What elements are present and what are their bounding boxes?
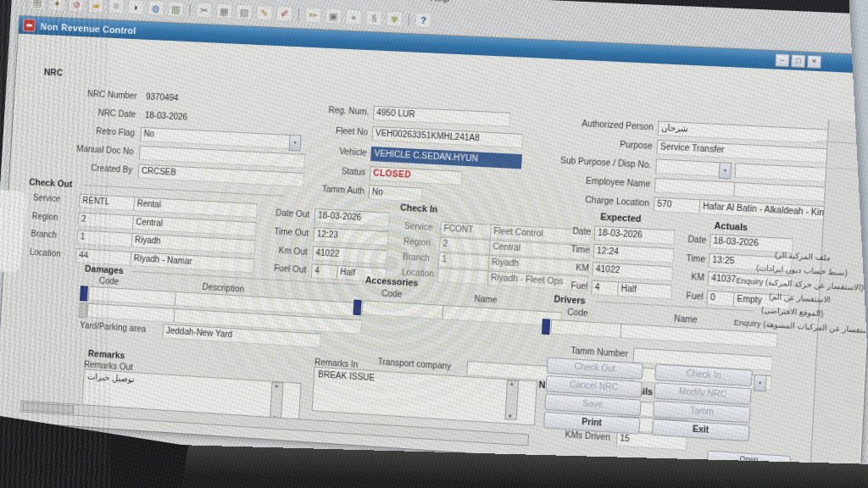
accessories-code-header: Code (381, 288, 403, 299)
nrc-number-field[interactable]: 9370494 (142, 90, 275, 111)
remarks-in-scrollbar[interactable] (504, 380, 519, 420)
expected-fuel-name-field[interactable]: Half (617, 281, 672, 299)
co-service-label: Service (33, 193, 61, 204)
manual-doc-label: Manual Doc No (28, 141, 134, 156)
pencil-delete-icon[interactable]: ✐ (276, 6, 293, 22)
damages-description-header: Description (202, 282, 244, 294)
date-out-field[interactable]: 18-03-2026 (314, 208, 390, 227)
actuals-fuel-label: Fuel (668, 290, 704, 302)
vehicle-field[interactable]: VEHICLE C.SEDAN.HYUN (370, 147, 522, 169)
fleet-no-field[interactable]: VEH00263351KMHL241A8 (371, 126, 523, 148)
sub-purpose-name-field[interactable] (734, 163, 826, 182)
co-service-code-field[interactable]: RENTL (79, 194, 137, 212)
drivers-name-header: Name (674, 313, 698, 324)
time-out-field[interactable]: 12:23 (313, 227, 388, 246)
key-icon[interactable]: ✦ (48, 0, 64, 12)
expected-km-field[interactable]: 41022 (592, 262, 673, 281)
monitor-screen: Help ▤ ✦ ⊘ ▰ ❄ ◗ ◍ ▥ ✂ ▦ ▧ ✎ ✐ ✏ ▣ ● § ✾… (0, 0, 868, 488)
paperclip-icon[interactable]: § (365, 10, 382, 26)
damages-code-field[interactable] (88, 286, 179, 306)
created-by-label: Created By (35, 160, 133, 175)
duplicate-icon[interactable]: ▣ (325, 8, 342, 25)
toolbar-separator (298, 8, 300, 21)
retro-flag-label: Retro Flag (37, 124, 135, 138)
sphere-icon[interactable]: ● (345, 9, 362, 25)
pencil-edit-icon[interactable]: ✏ (304, 8, 321, 24)
charge-location-code-field[interactable]: 570 (654, 197, 704, 214)
nrc-number-label: NRC Number (39, 86, 136, 101)
sub-purpose-code-field[interactable] (655, 158, 726, 177)
paste-icon[interactable]: ▧ (236, 4, 253, 20)
co-service-name-field[interactable]: Rental (133, 197, 258, 218)
help-icon[interactable]: ? (415, 12, 431, 28)
employee-name-field[interactable] (733, 182, 826, 202)
damages-code-header: Code (99, 276, 120, 286)
snowflake-icon[interactable]: ❄ (108, 0, 125, 14)
damages-row-selector[interactable] (79, 302, 87, 318)
globe-icon[interactable]: ◍ (147, 0, 164, 16)
charge-location-name-field[interactable]: Hafar Al Batin - Alkaldeah - King (699, 199, 825, 220)
expected-time-label: Time (555, 243, 591, 255)
ci-location-code-field[interactable] (437, 268, 490, 286)
co-branch-code-field[interactable]: 1 (76, 230, 135, 247)
nrc-date-label: NRC Date (38, 105, 136, 119)
side-panel-item[interactable]: (الموقع الافتراضي) (761, 306, 824, 319)
drivers-code-header: Code (567, 308, 588, 319)
pencil-add-icon[interactable]: ✎ (256, 5, 273, 21)
employee-name-label: Employee Name (524, 173, 650, 189)
minimize-button[interactable] (775, 53, 790, 67)
tamm-auth-field[interactable]: No (368, 185, 422, 202)
expected-km-label: KM (554, 262, 589, 274)
block-icon[interactable]: ⊘ (69, 0, 86, 13)
list-icon[interactable]: ▥ (168, 1, 185, 17)
accessories-code-field[interactable] (362, 300, 447, 319)
drivers-section-label: Drivers (554, 293, 586, 305)
ci-region-label: Region (403, 236, 431, 247)
employee-code-field[interactable] (654, 178, 737, 197)
tamm-auth-label: Tamm Auth (280, 182, 364, 196)
damages-row-selector[interactable] (80, 286, 88, 301)
expected-section-label: Expected (600, 211, 642, 224)
close-button[interactable] (807, 55, 822, 69)
tamm-cancel-dropdown-icon[interactable] (754, 374, 767, 392)
transport-company-label: Transport company (377, 357, 451, 371)
folder-icon[interactable]: ▰ (88, 0, 105, 14)
co-location-code-field[interactable]: 44 (75, 248, 134, 266)
accessories-section-label: Accessories (365, 274, 419, 288)
toolbar-separator (189, 3, 191, 16)
actuals-time-label: Time (670, 252, 705, 264)
actuals-km-label: KM (669, 270, 704, 282)
actuals-section-label: Actuals (714, 220, 748, 232)
ci-branch-code-field[interactable]: 1 (438, 252, 491, 270)
ci-service-label: Service (404, 221, 433, 232)
menu-help[interactable]: Help (430, 0, 449, 3)
copy-icon[interactable]: ▦ (216, 3, 233, 19)
scrollbar-thumb[interactable] (22, 402, 74, 414)
accessories-row-selector[interactable] (353, 300, 362, 316)
damages-code-field[interactable] (87, 303, 178, 323)
co-branch-name-field[interactable]: Riyadh (131, 233, 256, 254)
nrc-date-field[interactable]: 18-03-2026 (141, 108, 274, 130)
ci-region-code-field[interactable]: 2 (439, 236, 492, 254)
remarks-out-scrollbar[interactable] (270, 382, 284, 422)
flower-icon[interactable]: ✾ (386, 11, 403, 27)
tamm-number-label: Tamm Number (541, 344, 628, 359)
ci-service-code-field[interactable]: FCONT (440, 221, 492, 239)
expected-time-field[interactable]: 12:24 (593, 244, 674, 263)
drivers-row-selector[interactable] (542, 319, 550, 335)
photo-scene: Help ▤ ✦ ⊘ ▰ ❄ ◗ ◍ ▥ ✂ ▦ ▧ ✎ ✐ ✏ ▣ ● § ✾… (0, 0, 868, 488)
cut-icon[interactable]: ✂ (196, 3, 213, 19)
maximize-button[interactable] (791, 54, 806, 68)
sub-purpose-dropdown-icon[interactable] (719, 162, 732, 179)
drivers-code-field[interactable] (550, 319, 623, 339)
reg-num-field[interactable]: 4950 LUR (373, 106, 511, 127)
purpose-label: Purpose (526, 135, 653, 151)
expected-date-label: Date (556, 225, 592, 236)
co-location-name-field[interactable]: Riyadh - Namar (130, 252, 254, 274)
km-out-field[interactable]: 41022 (312, 246, 387, 264)
co-region-code-field[interactable]: 2 (77, 212, 136, 230)
mouse-icon[interactable]: ◗ (128, 0, 145, 15)
reg-num-label: Reg. Num. (288, 103, 369, 117)
expected-date-field[interactable]: 18-03-2026 (594, 225, 676, 245)
note-icon[interactable]: ▤ (29, 0, 45, 10)
